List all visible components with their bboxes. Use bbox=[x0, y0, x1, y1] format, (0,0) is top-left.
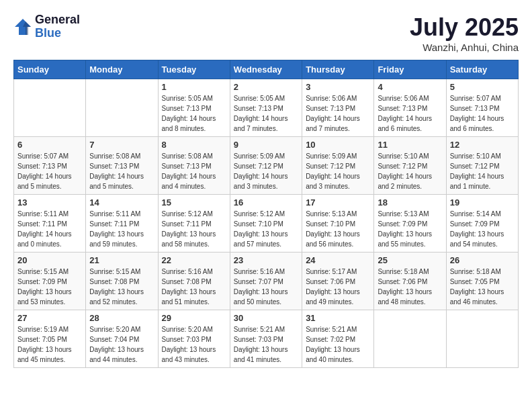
calendar-cell: 7Sunrise: 5:08 AMSunset: 7:13 PMDaylight… bbox=[86, 137, 158, 195]
weekday-header: Monday bbox=[86, 60, 158, 79]
day-info: Sunrise: 5:05 AMSunset: 7:13 PMDaylight:… bbox=[234, 93, 298, 134]
day-number: 12 bbox=[450, 140, 515, 150]
calendar-cell: 18Sunrise: 5:13 AMSunset: 7:09 PMDayligh… bbox=[374, 195, 446, 253]
calendar-cell: 16Sunrise: 5:12 AMSunset: 7:10 PMDayligh… bbox=[230, 195, 302, 253]
calendar-week-row: 6Sunrise: 5:07 AMSunset: 7:13 PMDaylight… bbox=[14, 137, 519, 195]
calendar-cell bbox=[14, 79, 86, 137]
logo: General Blue bbox=[13, 13, 80, 40]
day-info: Sunrise: 5:12 AMSunset: 7:11 PMDaylight:… bbox=[162, 209, 226, 249]
calendar-title: July 2025 bbox=[410, 13, 519, 42]
calendar-cell: 8Sunrise: 5:08 AMSunset: 7:13 PMDaylight… bbox=[158, 137, 230, 195]
day-number: 4 bbox=[378, 82, 442, 92]
calendar-cell: 12Sunrise: 5:10 AMSunset: 7:12 PMDayligh… bbox=[446, 137, 518, 195]
calendar-cell: 14Sunrise: 5:11 AMSunset: 7:11 PMDayligh… bbox=[86, 195, 158, 253]
calendar-cell: 13Sunrise: 5:11 AMSunset: 7:11 PMDayligh… bbox=[14, 195, 86, 253]
logo-text: General Blue bbox=[35, 13, 80, 40]
day-number: 23 bbox=[234, 255, 298, 265]
day-number: 16 bbox=[234, 197, 298, 208]
day-number: 11 bbox=[378, 140, 442, 150]
calendar-cell: 24Sunrise: 5:17 AMSunset: 7:06 PMDayligh… bbox=[302, 253, 374, 310]
day-info: Sunrise: 5:21 AMSunset: 7:03 PMDaylight:… bbox=[234, 324, 298, 365]
calendar-cell: 25Sunrise: 5:18 AMSunset: 7:06 PMDayligh… bbox=[374, 253, 446, 310]
calendar-cell: 5Sunrise: 5:07 AMSunset: 7:13 PMDaylight… bbox=[446, 79, 518, 137]
weekday-header: Wednesday bbox=[230, 60, 302, 79]
day-number: 28 bbox=[89, 313, 154, 323]
weekday-header: Tuesday bbox=[158, 60, 230, 79]
calendar-cell: 1Sunrise: 5:05 AMSunset: 7:13 PMDaylight… bbox=[158, 79, 230, 137]
calendar-table: SundayMondayTuesdayWednesdayThursdayFrid… bbox=[13, 60, 519, 368]
day-info: Sunrise: 5:11 AMSunset: 7:11 PMDaylight:… bbox=[89, 209, 154, 249]
day-info: Sunrise: 5:15 AMSunset: 7:08 PMDaylight:… bbox=[89, 267, 154, 307]
calendar-cell: 11Sunrise: 5:10 AMSunset: 7:12 PMDayligh… bbox=[374, 137, 446, 195]
day-number: 27 bbox=[17, 313, 82, 323]
day-info: Sunrise: 5:10 AMSunset: 7:12 PMDaylight:… bbox=[450, 151, 515, 191]
day-number: 21 bbox=[89, 255, 154, 265]
calendar-cell: 31Sunrise: 5:21 AMSunset: 7:02 PMDayligh… bbox=[302, 310, 374, 368]
calendar-cell bbox=[374, 310, 446, 368]
day-info: Sunrise: 5:12 AMSunset: 7:10 PMDaylight:… bbox=[234, 209, 298, 249]
calendar-cell: 19Sunrise: 5:14 AMSunset: 7:09 PMDayligh… bbox=[446, 195, 518, 253]
day-number: 2 bbox=[234, 82, 298, 92]
day-number: 17 bbox=[306, 197, 370, 208]
day-info: Sunrise: 5:08 AMSunset: 7:13 PMDaylight:… bbox=[162, 151, 226, 191]
day-info: Sunrise: 5:16 AMSunset: 7:07 PMDaylight:… bbox=[234, 267, 298, 307]
calendar-cell bbox=[446, 310, 518, 368]
day-info: Sunrise: 5:17 AMSunset: 7:06 PMDaylight:… bbox=[306, 267, 370, 307]
day-info: Sunrise: 5:07 AMSunset: 7:13 PMDaylight:… bbox=[17, 151, 82, 191]
calendar-cell: 20Sunrise: 5:15 AMSunset: 7:09 PMDayligh… bbox=[14, 253, 86, 310]
day-number: 20 bbox=[17, 255, 82, 265]
calendar-cell bbox=[86, 79, 158, 137]
weekday-header: Friday bbox=[374, 60, 446, 79]
day-number: 10 bbox=[306, 140, 370, 150]
calendar-week-row: 1Sunrise: 5:05 AMSunset: 7:13 PMDaylight… bbox=[14, 79, 519, 137]
day-number: 1 bbox=[162, 82, 226, 92]
day-number: 25 bbox=[378, 255, 442, 265]
day-info: Sunrise: 5:20 AMSunset: 7:03 PMDaylight:… bbox=[162, 324, 226, 365]
day-info: Sunrise: 5:13 AMSunset: 7:09 PMDaylight:… bbox=[378, 209, 442, 249]
day-number: 22 bbox=[162, 255, 226, 265]
calendar-location: Wanzhi, Anhui, China bbox=[410, 42, 519, 53]
calendar-cell: 21Sunrise: 5:15 AMSunset: 7:08 PMDayligh… bbox=[86, 253, 158, 310]
calendar-cell: 6Sunrise: 5:07 AMSunset: 7:13 PMDaylight… bbox=[14, 137, 86, 195]
calendar-cell: 28Sunrise: 5:20 AMSunset: 7:04 PMDayligh… bbox=[86, 310, 158, 368]
day-info: Sunrise: 5:06 AMSunset: 7:13 PMDaylight:… bbox=[306, 93, 370, 134]
day-info: Sunrise: 5:19 AMSunset: 7:05 PMDaylight:… bbox=[17, 324, 82, 365]
calendar-cell: 15Sunrise: 5:12 AMSunset: 7:11 PMDayligh… bbox=[158, 195, 230, 253]
day-number: 18 bbox=[378, 197, 442, 208]
weekday-header: Sunday bbox=[14, 60, 86, 79]
logo-icon bbox=[13, 17, 32, 36]
day-number: 14 bbox=[89, 197, 154, 208]
day-info: Sunrise: 5:10 AMSunset: 7:12 PMDaylight:… bbox=[378, 151, 442, 191]
calendar-cell: 30Sunrise: 5:21 AMSunset: 7:03 PMDayligh… bbox=[230, 310, 302, 368]
day-number: 29 bbox=[162, 313, 226, 323]
day-number: 3 bbox=[306, 82, 370, 92]
day-number: 13 bbox=[17, 197, 82, 208]
weekday-header-row: SundayMondayTuesdayWednesdayThursdayFrid… bbox=[14, 60, 519, 79]
calendar-cell: 22Sunrise: 5:16 AMSunset: 7:08 PMDayligh… bbox=[158, 253, 230, 310]
day-number: 24 bbox=[306, 255, 370, 265]
day-number: 26 bbox=[450, 255, 515, 265]
calendar-week-row: 20Sunrise: 5:15 AMSunset: 7:09 PMDayligh… bbox=[14, 253, 519, 310]
day-info: Sunrise: 5:15 AMSunset: 7:09 PMDaylight:… bbox=[17, 267, 82, 307]
weekday-header: Thursday bbox=[302, 60, 374, 79]
weekday-header: Saturday bbox=[446, 60, 518, 79]
calendar-cell: 27Sunrise: 5:19 AMSunset: 7:05 PMDayligh… bbox=[14, 310, 86, 368]
day-info: Sunrise: 5:18 AMSunset: 7:05 PMDaylight:… bbox=[450, 267, 515, 307]
calendar-week-row: 27Sunrise: 5:19 AMSunset: 7:05 PMDayligh… bbox=[14, 310, 519, 368]
title-block: July 2025 Wanzhi, Anhui, China bbox=[410, 13, 519, 53]
day-info: Sunrise: 5:20 AMSunset: 7:04 PMDaylight:… bbox=[89, 324, 154, 365]
logo-blue-text: Blue bbox=[35, 27, 80, 40]
day-number: 15 bbox=[162, 197, 226, 208]
logo-general-text: General bbox=[35, 13, 80, 27]
calendar-cell: 26Sunrise: 5:18 AMSunset: 7:05 PMDayligh… bbox=[446, 253, 518, 310]
calendar-cell: 17Sunrise: 5:13 AMSunset: 7:10 PMDayligh… bbox=[302, 195, 374, 253]
day-info: Sunrise: 5:07 AMSunset: 7:13 PMDaylight:… bbox=[450, 93, 515, 134]
day-info: Sunrise: 5:05 AMSunset: 7:13 PMDaylight:… bbox=[162, 93, 226, 134]
calendar-cell: 3Sunrise: 5:06 AMSunset: 7:13 PMDaylight… bbox=[302, 79, 374, 137]
day-info: Sunrise: 5:13 AMSunset: 7:10 PMDaylight:… bbox=[306, 209, 370, 249]
day-info: Sunrise: 5:21 AMSunset: 7:02 PMDaylight:… bbox=[306, 324, 370, 365]
day-number: 30 bbox=[234, 313, 298, 323]
calendar-cell: 2Sunrise: 5:05 AMSunset: 7:13 PMDaylight… bbox=[230, 79, 302, 137]
day-info: Sunrise: 5:09 AMSunset: 7:12 PMDaylight:… bbox=[306, 151, 370, 191]
day-number: 19 bbox=[450, 197, 515, 208]
